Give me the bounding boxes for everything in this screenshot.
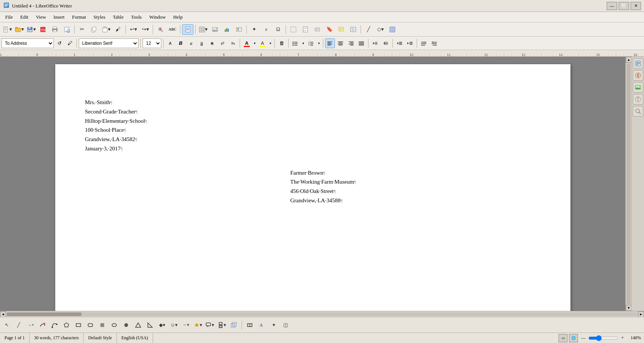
draw-textbox-tool[interactable]: T bbox=[245, 320, 255, 330]
underline-button[interactable]: a bbox=[197, 38, 206, 48]
draw-rounded-rect-tool[interactable] bbox=[85, 320, 96, 330]
draw-shadow-tool[interactable]: ◫ bbox=[280, 320, 291, 330]
insert-textbox-button[interactable]: T bbox=[233, 24, 245, 35]
pagestyles-button[interactable] bbox=[182, 24, 193, 35]
menu-file[interactable]: File bbox=[1, 13, 16, 21]
scroll-thumb[interactable] bbox=[626, 63, 631, 304]
draw-circle-tool[interactable] bbox=[121, 320, 131, 330]
sidebar-styles-icon[interactable] bbox=[633, 70, 643, 81]
omega-button[interactable]: Ω bbox=[273, 24, 284, 35]
highlight-dropdown[interactable]: ▾ bbox=[268, 38, 273, 48]
increase-indent-button[interactable] bbox=[395, 38, 404, 48]
font-color-button[interactable]: A bbox=[242, 38, 252, 48]
open-button[interactable]: ▾ bbox=[13, 24, 25, 35]
draw-freehand-tool[interactable] bbox=[37, 320, 48, 330]
hscroll-thumb[interactable] bbox=[7, 312, 81, 316]
paragraph-style-select[interactable]: To Address Default Paragraph Style Headi… bbox=[1, 38, 54, 48]
font-select[interactable]: Liberation Serif Arial Times New Roman bbox=[79, 38, 139, 48]
draw-cursor-tool[interactable]: ✦ bbox=[268, 320, 279, 330]
clone-format-button[interactable]: 🖌 bbox=[112, 24, 124, 35]
menu-window[interactable]: Window bbox=[146, 13, 169, 21]
menu-styles[interactable]: Styles bbox=[90, 13, 109, 21]
highlight-button[interactable]: A bbox=[258, 38, 267, 48]
formcontrols-button[interactable] bbox=[387, 24, 398, 35]
draw-rectangle-tool[interactable] bbox=[73, 320, 84, 330]
draw-flowchart-tool[interactable]: ▾ bbox=[217, 320, 227, 330]
maximize-button[interactable]: ⬜ bbox=[619, 2, 629, 10]
draw-select-tool[interactable]: ↖ bbox=[1, 320, 12, 330]
sidebar-find-icon[interactable] bbox=[633, 106, 643, 116]
note-button[interactable] bbox=[336, 24, 347, 35]
sidebar-properties-icon[interactable] bbox=[633, 58, 643, 69]
numbering-button[interactable]: 1.2.3. bbox=[306, 38, 316, 48]
spellcheck-button[interactable]: ABC bbox=[167, 24, 178, 35]
scroll-down-button[interactable]: ▼ bbox=[626, 305, 632, 311]
menu-tools[interactable]: Tools bbox=[127, 13, 146, 21]
menu-format[interactable]: Format bbox=[68, 13, 90, 21]
ltr-button[interactable] bbox=[419, 38, 429, 48]
zoom-minus[interactable]: — bbox=[579, 335, 587, 341]
cut-button[interactable]: ✂ bbox=[77, 24, 88, 35]
font-color-dropdown[interactable]: ▾ bbox=[252, 38, 257, 48]
sidebar-gallery-icon[interactable] bbox=[633, 82, 643, 93]
draw-triangle-tool[interactable] bbox=[133, 320, 143, 330]
italic-button[interactable]: a bbox=[186, 38, 196, 48]
draw-callout-tool[interactable]: ▾ bbox=[205, 320, 215, 330]
bullets-button[interactable] bbox=[290, 38, 300, 48]
align-right-button[interactable] bbox=[346, 38, 356, 48]
draw-line-tool[interactable]: ╱ bbox=[13, 320, 24, 330]
eraser-button[interactable]: 🗑 bbox=[277, 38, 286, 48]
close-button[interactable]: ✕ bbox=[631, 2, 641, 10]
superscript-button[interactable]: x² bbox=[218, 38, 227, 48]
undo-button[interactable]: ↩▾ bbox=[128, 24, 139, 35]
font-size-select[interactable]: 12 10 11 14 16 18 bbox=[143, 38, 161, 48]
web-view-button[interactable]: 🌐 bbox=[569, 334, 578, 342]
draw-double-arrow-tool[interactable]: ↔▾ bbox=[181, 320, 191, 330]
bookmark-button[interactable]: 🔖 bbox=[324, 24, 335, 35]
menu-table[interactable]: Table bbox=[109, 13, 127, 21]
align-center-button[interactable] bbox=[336, 38, 345, 48]
footnote-button[interactable] bbox=[300, 24, 311, 35]
menu-edit[interactable]: Edit bbox=[16, 13, 32, 21]
insert-image-button[interactable] bbox=[209, 24, 221, 35]
print-preview-button[interactable] bbox=[61, 24, 72, 35]
draw-square-tool[interactable] bbox=[97, 320, 108, 330]
pagenumber-button[interactable]: # bbox=[261, 24, 272, 35]
horizontal-scrollbar[interactable]: ◄ ► bbox=[0, 311, 644, 317]
draw-bezier-tool[interactable] bbox=[49, 320, 60, 330]
copy-button[interactable] bbox=[88, 24, 100, 35]
menu-help[interactable]: Help bbox=[169, 13, 186, 21]
paste-button[interactable]: ▾ bbox=[100, 24, 112, 35]
draw-star-tool[interactable]: ▾ bbox=[193, 320, 203, 330]
shapes-dropdown[interactable]: ◇▾ bbox=[375, 24, 386, 35]
document-area[interactable]: Mrs.·Smith¶ Second·Grade·Teacher¶ Hillto… bbox=[0, 57, 625, 311]
scroll-up-button[interactable]: ▲ bbox=[626, 57, 632, 63]
bold-button[interactable]: B bbox=[176, 38, 186, 48]
draw-fontwork-tool[interactable]: A bbox=[256, 320, 267, 330]
strikethrough-button[interactable]: a bbox=[207, 38, 217, 48]
draw-arrow-tool[interactable]: →▾ bbox=[25, 320, 36, 330]
draw-3d-tool[interactable] bbox=[228, 320, 239, 330]
draw-polygon-tool[interactable] bbox=[61, 320, 72, 330]
redo-button[interactable]: ↪▾ bbox=[140, 24, 151, 35]
draw-smiley-tool[interactable]: ☺▾ bbox=[169, 320, 179, 330]
draw-ellipse-tool[interactable] bbox=[109, 320, 119, 330]
export-pdf-button[interactable]: PDF bbox=[37, 24, 49, 35]
bullets-dropdown[interactable]: ▾ bbox=[301, 38, 305, 48]
list-indent-button[interactable] bbox=[370, 38, 380, 48]
vertical-scrollbar[interactable]: ▲ ▼ bbox=[625, 57, 631, 311]
scroll-left-button[interactable]: ◄ bbox=[0, 311, 6, 317]
menu-insert[interactable]: Insert bbox=[50, 13, 68, 21]
align-left-button[interactable] bbox=[325, 38, 335, 48]
subscript-button[interactable]: x₂ bbox=[228, 38, 238, 48]
rtl-button[interactable] bbox=[429, 38, 439, 48]
frame-button[interactable] bbox=[288, 24, 299, 35]
style-new-button[interactable]: 🖊 bbox=[65, 38, 75, 48]
zoom-slider[interactable] bbox=[588, 335, 618, 341]
insert-chart-button[interactable] bbox=[221, 24, 233, 35]
hscroll-track[interactable] bbox=[7, 312, 637, 316]
list-outdent-button[interactable] bbox=[381, 38, 391, 48]
zoom-plus[interactable]: + bbox=[620, 335, 625, 341]
special-button[interactable]: ✦ bbox=[249, 24, 260, 35]
draw-diamond-tool[interactable]: ◆▾ bbox=[157, 320, 167, 330]
